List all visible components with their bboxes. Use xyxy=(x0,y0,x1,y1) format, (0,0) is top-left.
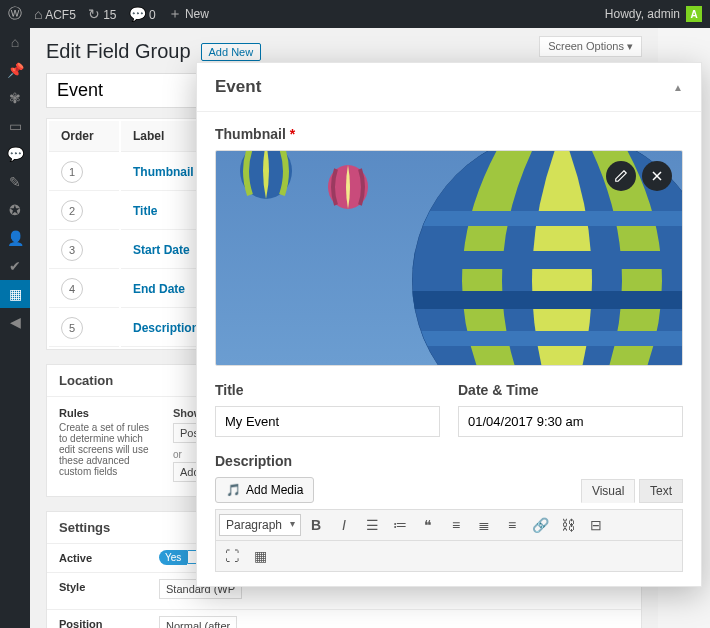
acf-icon[interactable]: ▦ xyxy=(0,280,30,308)
media-icon: 🎵 xyxy=(226,483,241,497)
format-select[interactable]: Paragraph xyxy=(219,514,301,536)
order-handle[interactable]: 2 xyxy=(61,200,83,222)
order-handle[interactable]: 1 xyxy=(61,161,83,183)
pencil-icon xyxy=(614,169,628,183)
field-link[interactable]: Description xyxy=(133,321,199,335)
rules-title: Rules xyxy=(59,407,159,419)
field-link[interactable]: Thumbnail xyxy=(133,165,194,179)
collapse-icon[interactable]: ◀ xyxy=(0,308,30,336)
align-right-icon[interactable]: ≡ xyxy=(499,513,525,537)
fullscreen-icon[interactable]: ⛶ xyxy=(219,544,245,568)
refresh-icon: ↻ xyxy=(88,6,100,22)
italic-icon[interactable]: I xyxy=(331,513,357,537)
appearance-icon[interactable]: ✎ xyxy=(0,168,30,196)
media-icon[interactable]: ✾ xyxy=(0,84,30,112)
thumbnail-label: Thumbnail * xyxy=(215,126,683,142)
tools-icon[interactable]: ✔ xyxy=(0,252,30,280)
order-handle[interactable]: 5 xyxy=(61,317,83,339)
plugins-icon[interactable]: ✪ xyxy=(0,196,30,224)
svg-rect-5 xyxy=(402,331,683,346)
bullet-list-icon[interactable]: ☰ xyxy=(359,513,385,537)
order-handle[interactable]: 3 xyxy=(61,239,83,261)
link-icon[interactable]: 🔗 xyxy=(527,513,553,537)
howdy-text[interactable]: Howdy, admin xyxy=(605,7,680,21)
field-link[interactable]: Title xyxy=(133,204,157,218)
wordpress-icon[interactable]: ⓦ xyxy=(8,5,22,23)
number-list-icon[interactable]: ≔ xyxy=(387,513,413,537)
thumbnail-image[interactable] xyxy=(215,150,683,366)
balloon-small-2 xyxy=(326,165,370,217)
new-content-link[interactable]: ＋ New xyxy=(168,5,209,23)
add-new-button[interactable]: Add New xyxy=(201,43,262,61)
dashboard-icon[interactable]: ⌂ xyxy=(0,28,30,56)
align-left-icon[interactable]: ≡ xyxy=(443,513,469,537)
admin-sidebar: ⌂ 📌 ✾ ▭ 💬 ✎ ✪ 👤 ✔ ▦ ◀ xyxy=(0,28,30,628)
comments-icon[interactable]: 💬 xyxy=(0,140,30,168)
rules-help: Create a set of rules to determine which… xyxy=(59,422,149,477)
position-label: Position xyxy=(47,610,147,628)
editor-toolbar: Paragraph B I ☰ ≔ ❝ ≡ ≣ ≡ 🔗 ⛓ ⊟ xyxy=(215,509,683,541)
pages-icon[interactable]: ▭ xyxy=(0,112,30,140)
style-label: Style xyxy=(47,573,147,609)
datetime-input[interactable] xyxy=(458,406,683,437)
field-link[interactable]: End Date xyxy=(133,282,185,296)
field-link[interactable]: Start Date xyxy=(133,243,190,257)
add-media-button[interactable]: 🎵 Add Media xyxy=(215,477,314,503)
align-center-icon[interactable]: ≣ xyxy=(471,513,497,537)
admin-bar: ⓦ ⌂ ACF5 ↻ 15 💬 0 ＋ New Howdy, admin A xyxy=(0,0,710,28)
avatar[interactable]: A xyxy=(686,6,702,22)
title-input[interactable] xyxy=(215,406,440,437)
updates-link[interactable]: ↻ 15 xyxy=(88,6,117,22)
tab-text[interactable]: Text xyxy=(639,479,683,503)
bold-icon[interactable]: B xyxy=(303,513,329,537)
panel-title: Event xyxy=(215,77,261,97)
col-order: Order xyxy=(49,121,119,152)
site-home-link[interactable]: ⌂ ACF5 xyxy=(34,6,76,22)
read-more-icon[interactable]: ⊟ xyxy=(583,513,609,537)
editor-toolbar-row2: ⛶ ▦ xyxy=(215,541,683,572)
users-icon[interactable]: 👤 xyxy=(0,224,30,252)
page-title: Edit Field Group xyxy=(46,40,191,63)
close-icon xyxy=(651,170,663,182)
comments-link[interactable]: 💬 0 xyxy=(129,6,156,22)
event-preview-panel: Event ▲ Thumbnail * xyxy=(196,62,702,587)
pin-icon[interactable]: 📌 xyxy=(0,56,30,84)
svg-rect-2 xyxy=(402,251,683,269)
comment-icon: 💬 xyxy=(129,6,146,22)
description-label: Description xyxy=(215,453,683,469)
remove-image-button[interactable] xyxy=(642,161,672,191)
tab-visual[interactable]: Visual xyxy=(581,479,635,503)
edit-image-button[interactable] xyxy=(606,161,636,191)
order-handle[interactable]: 4 xyxy=(61,278,83,300)
active-label: Active xyxy=(47,544,147,572)
unlink-icon[interactable]: ⛓ xyxy=(555,513,581,537)
date-field-label: Date & Time xyxy=(458,382,683,398)
blockquote-icon[interactable]: ❝ xyxy=(415,513,441,537)
collapse-icon[interactable]: ▲ xyxy=(673,82,683,93)
screen-options-button[interactable]: Screen Options ▾ xyxy=(539,36,642,57)
svg-rect-3 xyxy=(402,291,683,309)
title-field-label: Title xyxy=(215,382,440,398)
balloon-small-1 xyxy=(236,150,296,213)
position-select[interactable]: Normal (after xyxy=(159,616,237,628)
active-toggle[interactable]: Yes xyxy=(159,550,187,565)
svg-rect-4 xyxy=(402,211,683,226)
toolbar-toggle-icon[interactable]: ▦ xyxy=(247,544,273,568)
required-mark: * xyxy=(290,126,295,142)
home-icon: ⌂ xyxy=(34,6,42,22)
plus-icon: ＋ xyxy=(168,5,182,21)
